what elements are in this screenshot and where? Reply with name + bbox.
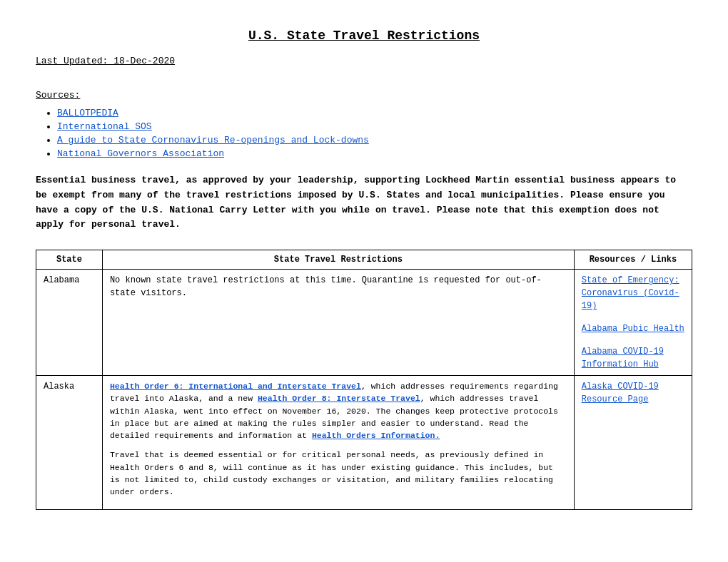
notice-block: Essential business travel, as approved b… <box>36 173 692 233</box>
alaska-covid-resource-link[interactable]: Alaska COVID-19 Resource Page <box>582 380 684 406</box>
nga-link[interactable]: National Governors Association <box>57 148 224 159</box>
list-item: International SOS <box>57 121 692 132</box>
list-item: National Governors Association <box>57 148 692 159</box>
health-orders-info-link[interactable]: Health Orders Information. <box>312 431 440 440</box>
table-row: Alabama No known state travel restrictio… <box>36 270 692 376</box>
sources-label: Sources: <box>36 90 692 101</box>
resources-cell: State of Emergency: Coronavirus (Covid-1… <box>574 270 692 376</box>
state-cell: Alabama <box>36 270 103 376</box>
alabama-health-link[interactable]: Alabama Pubic Health <box>582 322 684 335</box>
restrictions-header: State Travel Restrictions <box>102 250 574 270</box>
resources-cell: Alaska COVID-19 Resource Page <box>574 376 692 510</box>
restrictions-cell: No known state travel restrictions at th… <box>102 270 574 376</box>
health-order-6-link[interactable]: Health Order 6: International and Inters… <box>110 382 361 391</box>
ballotpedia-link[interactable]: BALLOTPEDIA <box>57 108 118 118</box>
table-header-row: State State Travel Restrictions Resource… <box>36 250 692 270</box>
restrictions-cell: Health Order 6: International and Inters… <box>102 376 574 510</box>
alaska-para-1: Health Order 6: International and Inters… <box>110 380 567 441</box>
alabama-covid-hub-link[interactable]: Alabama COVID-19 Information Hub <box>582 345 684 371</box>
guide-link[interactable]: A guide to State Cornonavirus Re-opening… <box>57 135 369 145</box>
list-item: A guide to State Cornonavirus Re-opening… <box>57 135 692 145</box>
table-row: Alaska Health Order 6: International and… <box>36 376 692 510</box>
state-cell: Alaska <box>36 376 103 510</box>
alabama-emergency-link[interactable]: State of Emergency: Coronavirus (Covid-1… <box>582 274 684 312</box>
list-item: BALLOTPEDIA <box>57 108 692 118</box>
page-title: U.S. State Travel Restrictions <box>36 29 692 43</box>
alaska-para-2: Travel that is deemed essential or for c… <box>110 449 567 498</box>
sources-list: BALLOTPEDIA International SOS A guide to… <box>36 108 692 159</box>
travel-restrictions-table: State State Travel Restrictions Resource… <box>36 250 692 510</box>
health-order-8-link[interactable]: Health Order 8: Interstate Travel <box>258 394 420 403</box>
resources-header: Resources / Links <box>574 250 692 270</box>
state-header: State <box>36 250 103 270</box>
international-sos-link[interactable]: International SOS <box>57 121 152 132</box>
last-updated: Last Updated: 18-Dec-2020 <box>36 56 175 66</box>
